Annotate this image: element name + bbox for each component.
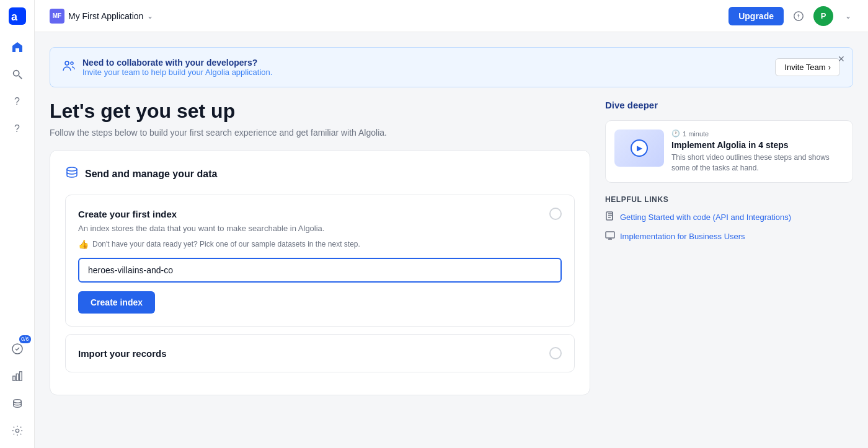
sidebar-item-home[interactable] <box>5 35 30 59</box>
users-icon <box>63 59 75 75</box>
svg-point-12 <box>71 62 73 64</box>
step-1-radio[interactable] <box>549 208 562 220</box>
user-menu-chevron[interactable]: ⌄ <box>838 6 858 26</box>
clock-icon: 🕐 <box>671 130 680 138</box>
sidebar-item-insights[interactable]: ? <box>5 116 30 141</box>
video-desc: This short video outlines these steps an… <box>671 152 844 173</box>
task-badge: 0/6 <box>19 335 31 343</box>
thumbs-up-icon: 👍 <box>78 239 89 249</box>
dive-deeper-title: Dive deeper <box>605 100 853 110</box>
banner-close-button[interactable]: ✕ <box>838 54 845 64</box>
step-import-records: Import your records <box>65 334 575 372</box>
step-create-index: Create your first index An index stores … <box>65 195 575 327</box>
app-avatar: MF <box>50 9 64 24</box>
helpful-link-business[interactable]: Implementation for Business Users <box>605 231 853 242</box>
sidebar-item-explore[interactable]: ? <box>5 89 30 114</box>
svg-line-3 <box>19 76 22 79</box>
svg-point-8 <box>13 400 21 403</box>
step-2-title: Import your records <box>78 348 167 359</box>
svg-point-11 <box>65 61 69 65</box>
helpful-link-api[interactable]: Getting Started with code (API and Integ… <box>605 211 853 223</box>
create-index-button[interactable]: Create index <box>78 291 155 314</box>
content-body: Let's get you set up Follow the steps be… <box>50 100 853 395</box>
steps-card-title: Send and manage your data <box>85 169 217 180</box>
book-icon <box>605 211 615 223</box>
sidebar-item-data[interactable] <box>5 391 30 416</box>
content-left: Let's get you set up Follow the steps be… <box>50 100 590 395</box>
algolia-logo[interactable]: a <box>6 5 29 27</box>
svg-point-9 <box>16 429 19 432</box>
helpful-links-title: HELPFUL LINKS <box>605 195 853 204</box>
database-icon <box>65 165 79 182</box>
content-area: Need to collaborate with your developers… <box>35 32 868 448</box>
video-duration: 🕐 1 minute <box>671 130 844 138</box>
app-selector[interactable]: MF My First Application ⌄ <box>45 6 158 26</box>
invite-team-button[interactable]: Invite Team › <box>775 58 840 76</box>
video-title: Implement Algolia in 4 steps <box>671 140 844 150</box>
svg-rect-5 <box>12 376 15 380</box>
page-heading: Let's get you set up <box>50 100 590 123</box>
main-area: MF My First Application ⌄ Upgrade P ⌄ Ne… <box>35 0 868 448</box>
banner-title: Need to collaborate with your developers… <box>82 58 272 68</box>
step-1-desc: An index stores the data that you want t… <box>78 224 562 233</box>
sidebar-item-settings[interactable] <box>5 418 30 443</box>
user-avatar[interactable]: P <box>813 6 833 26</box>
step-1-title: Create your first index <box>78 209 177 219</box>
steps-card: Send and manage your data Create your fi… <box>50 150 590 395</box>
help-button[interactable] <box>789 6 808 26</box>
step-2-radio[interactable] <box>549 347 562 359</box>
sidebar-item-search[interactable] <box>5 62 30 87</box>
sidebar: a ? ? 0/6 <box>0 0 35 448</box>
video-card: ▶ 🕐 1 minute Implement Algolia in 4 step… <box>605 120 853 183</box>
app-name: My First Application <box>68 11 143 21</box>
svg-point-13 <box>67 167 77 171</box>
svg-text:a: a <box>11 11 18 23</box>
content-right: Dive deeper ▶ 🕐 1 minute Implement Algol… <box>605 100 853 395</box>
collaboration-banner: Need to collaborate with your developers… <box>50 47 853 87</box>
svg-rect-15 <box>606 232 614 238</box>
svg-rect-6 <box>16 374 19 380</box>
sidebar-item-analytics[interactable] <box>5 364 30 389</box>
video-thumbnail[interactable]: ▶ <box>614 130 664 167</box>
page-subtitle: Follow the steps below to build your fir… <box>50 128 590 138</box>
topbar: MF My First Application ⌄ Upgrade P ⌄ <box>35 0 868 32</box>
svg-rect-7 <box>19 372 22 380</box>
play-button[interactable]: ▶ <box>631 139 648 157</box>
monitor-icon <box>605 231 615 242</box>
index-name-input[interactable] <box>78 258 562 283</box>
banner-subtitle: Invite your team to help build your Algo… <box>82 68 272 77</box>
sidebar-item-tasks[interactable]: 0/6 <box>5 336 30 361</box>
upgrade-button[interactable]: Upgrade <box>728 7 784 25</box>
svg-point-2 <box>13 71 19 76</box>
step-1-hint: 👍 Don't have your data ready yet? Pick o… <box>78 239 562 249</box>
chevron-down-icon: ⌄ <box>147 12 153 20</box>
